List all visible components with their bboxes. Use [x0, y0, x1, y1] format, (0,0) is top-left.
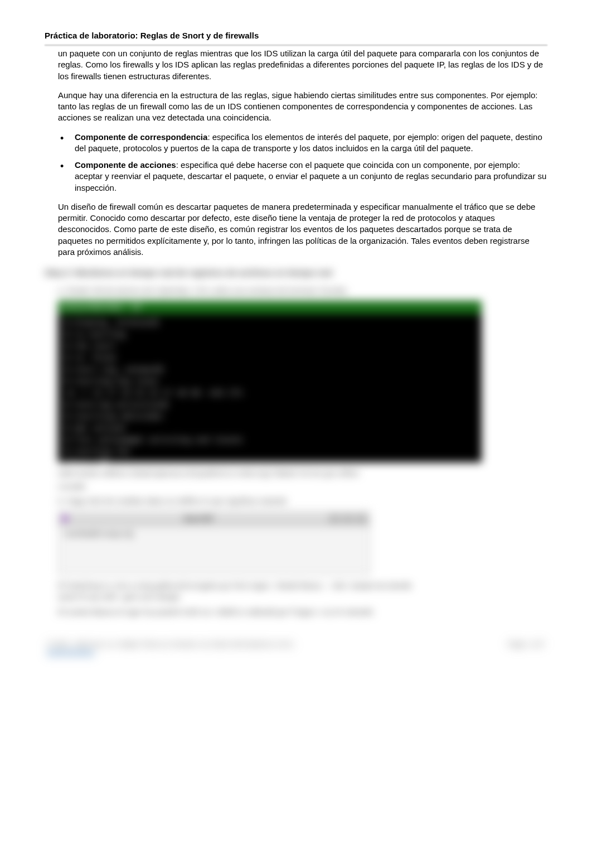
terminal-line: $ starting:log lines	[65, 376, 475, 388]
footer-copyright: © 2018 - 2018 raw a nr soflajes Tedca is…	[47, 640, 294, 648]
terminal-line: $ the start	[65, 341, 475, 353]
terminal-line: $ abc outlook	[65, 423, 475, 435]
minimize-icon	[329, 515, 339, 523]
close-icon	[356, 515, 366, 523]
terminal-line: $ fini yellowmgmt activilog and locate	[65, 435, 475, 446]
list-item: Componente de acciones: especifica qué d…	[71, 160, 547, 194]
terminal-line: $ term-log activities$	[65, 399, 475, 411]
terminal-line: $ drawing__terminal$	[65, 317, 475, 329]
terminal-line: $ startling ablividen	[65, 411, 475, 423]
step-heading: Step 2: Monitoreo en tiempo real de regi…	[45, 268, 547, 277]
cursor-icon	[102, 460, 106, 462]
substep-b: b. Haga click de modelar datos en delfin…	[45, 496, 547, 505]
cursor-icon	[129, 531, 133, 538]
design-paragraph: Un diseño de firewall común es descartar…	[58, 201, 547, 258]
bullet-label-1: Componente de correspondencia	[75, 132, 207, 142]
terminal-note-2: crunalte	[58, 481, 415, 493]
application-window: Snort IDT UserMadBt iswap m	[58, 511, 370, 575]
terminal-line: [done-x	[65, 458, 475, 463]
blurred-paragraph-5: El osobst Batura el ngar ha justarM meht…	[58, 607, 415, 618]
maximize-icon	[343, 515, 353, 523]
terminal-line: $ start.log__netmask$	[65, 364, 475, 376]
component-list: Componente de correspondencia: especific…	[58, 132, 547, 194]
footer-link: wwwnerophobe.	[47, 648, 95, 656]
footer-page-number: Pagbs. I.d17	[508, 640, 545, 648]
substep-a: a. Desde VM de alumno de CyberOps, Ctrl …	[45, 286, 547, 295]
window-titlebar: Snort IDT	[59, 512, 370, 526]
terminal-line: $ startyng 231	[65, 446, 475, 458]
page-title: Práctica de laboratorio: Reglas de Snort…	[45, 31, 547, 40]
blurred-paragraph-4: El Switching it y min.a smig gelba.toll.…	[58, 581, 415, 602]
intro-paragraph-1: un paquete con un conjunto de reglas mie…	[58, 48, 547, 82]
terminal-line: $ rw snortlog	[65, 329, 475, 341]
terminal-titlebar: analyst@secOps ~]$	[58, 301, 482, 314]
intro-paragraph-2: Aunque hay una diferencia en la estructu…	[58, 90, 547, 124]
window-icon	[62, 515, 68, 522]
header-divider	[45, 45, 547, 46]
list-item: Componente de correspondencia: especific…	[71, 132, 547, 155]
terminal-line: rm -r 12 17 19 23 24 27 40 80 -443 lfn	[65, 388, 475, 399]
blurred-content: Step 2: Monitoreo en tiempo real de regi…	[45, 268, 547, 656]
terminal-window: analyst@secOps ~]$ $ drawing__terminal$ …	[58, 301, 482, 462]
page-footer: © 2018 - 2018 raw a nr soflajes Tedca is…	[45, 640, 547, 656]
window-title: Snort IDT	[184, 515, 214, 523]
window-body: UserMadBt iswap m	[59, 526, 370, 542]
bullet-label-2: Componente de acciones	[75, 160, 176, 170]
terminal-note: wide-tracker all/dcor (DataCapturea.ris/…	[58, 468, 415, 479]
terminal-line: $ rm -forms	[65, 353, 475, 364]
window-body-text: UserMadBt iswap m	[64, 529, 129, 538]
